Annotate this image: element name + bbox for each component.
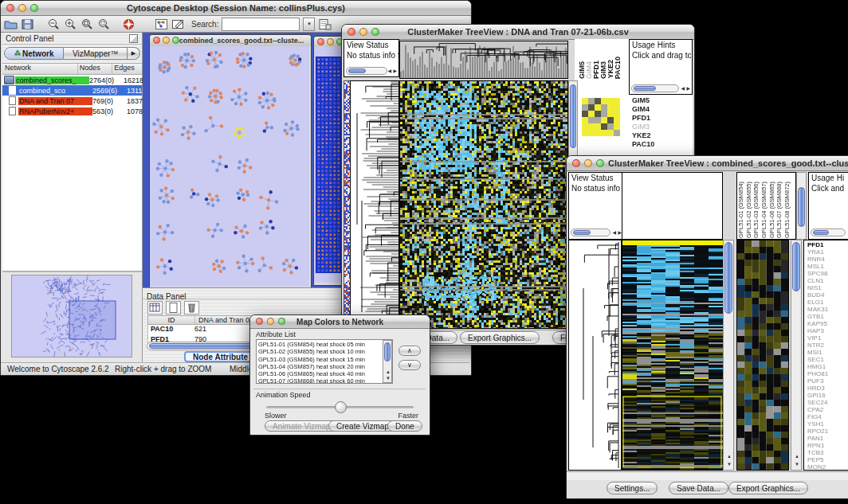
gene-label[interactable]: NIS1	[807, 284, 848, 291]
scroll-left-icon[interactable]: ◀	[681, 86, 685, 91]
scroll-down-icon[interactable]: ▼	[795, 462, 799, 467]
zoom-window-icon[interactable]	[278, 318, 285, 325]
delete-attribute-icon[interactable]	[184, 301, 199, 315]
scroll-left-icon[interactable]: ◀	[387, 68, 391, 73]
tv2-column-label[interactable]: GPL51-03 (GSM856)	[753, 182, 760, 238]
network-row[interactable]: RNAPuberNov2+563(0)107847(0)	[2, 106, 142, 116]
map-dialog-titlebar[interactable]: Map Colors to Network	[250, 315, 430, 329]
network-view-canvas[interactable]	[150, 46, 309, 287]
network-row[interactable]: combined_sco2569(6)13112(15)	[2, 85, 142, 96]
attribute-table-icon[interactable]	[147, 301, 163, 315]
gene-label[interactable]: VIP1	[807, 334, 848, 342]
tv1-row-label[interactable]: PAC10	[632, 140, 654, 149]
close-icon[interactable]	[6, 4, 14, 12]
gene-label[interactable]: MSL1	[807, 263, 848, 270]
network-row[interactable]: combined_scores_2764(0)16218(0)	[2, 75, 142, 85]
open-folder-icon[interactable]	[4, 18, 18, 30]
vscroll-thumb[interactable]	[384, 342, 391, 361]
scroll-up-icon[interactable]: ▲	[727, 454, 732, 459]
help-lifering-icon[interactable]	[122, 18, 135, 30]
zoom-window-icon[interactable]	[596, 159, 604, 167]
annotation-icon[interactable]	[171, 18, 185, 30]
zoom-window-icon[interactable]	[30, 4, 38, 12]
attribute-item[interactable]: GPL51-06 (GSM865) heat shock 40 min	[257, 370, 383, 377]
vscroll-thumb[interactable]	[570, 84, 576, 148]
tv2-row-dendrogram[interactable]	[568, 240, 622, 471]
gene-label[interactable]: HAP3	[807, 327, 848, 334]
scroll-right-icon[interactable]: ▶	[393, 68, 397, 73]
close-icon[interactable]	[317, 38, 324, 45]
tv2-column-label[interactable]: GPL51-02 (GSM855)	[746, 182, 753, 238]
gene-label[interactable]: YRA1	[807, 248, 848, 256]
minimize-icon[interactable]	[359, 28, 367, 36]
zoom-window-icon[interactable]	[172, 37, 179, 44]
tab-network[interactable]: ⁂Network	[4, 47, 64, 60]
tv2-top-vscrollbar[interactable]	[796, 172, 807, 240]
network-overview-canvas[interactable]	[11, 275, 132, 357]
tv2-column-label[interactable]: GPL51-01 (GSM854)	[738, 182, 745, 238]
tv1-row-label[interactable]: GIM5	[632, 96, 654, 105]
minimize-icon[interactable]	[18, 4, 26, 12]
search-options-icon[interactable]	[318, 18, 332, 30]
scroll-down-icon[interactable]: ▼	[727, 462, 732, 467]
tv1-row-label[interactable]: GIM4	[632, 105, 654, 114]
zoom-fit-icon[interactable]	[80, 18, 94, 30]
slider-thumb[interactable]	[335, 401, 347, 413]
tv2-zoom-vscrollbar[interactable]: ▲ ▼	[791, 240, 802, 471]
tv1-usage-scrollbar[interactable]	[631, 84, 679, 92]
float-panel-icon[interactable]	[129, 34, 138, 43]
gene-label[interactable]: MAK31	[807, 306, 848, 313]
vscroll-thumb[interactable]	[792, 242, 800, 291]
gene-label[interactable]: RPN1	[807, 442, 848, 449]
treeview1-titlebar[interactable]: ClusterMaker TreeView : DNA and Tran 07-…	[342, 25, 694, 40]
search-input[interactable]	[222, 18, 300, 31]
tv2-status-scrollbar[interactable]	[571, 229, 610, 236]
tv1-row-label[interactable]: YKE2	[632, 131, 654, 140]
network-row[interactable]: DNA and Tran 07769(0)183728(0)	[2, 96, 142, 106]
gene-label[interactable]: PAN1	[807, 435, 848, 442]
attribute-item[interactable]: GPL51-03 (GSM856) heat shock 15 min	[257, 356, 383, 363]
attribute-item[interactable]: GPL51-02 (GSM855) heat shock 10 min	[257, 348, 383, 355]
gene-label[interactable]: HRD3	[807, 385, 848, 392]
gene-label[interactable]: SPC98	[807, 270, 848, 277]
gene-label[interactable]: GTB1	[807, 313, 848, 320]
scroll-up-icon[interactable]: ▲	[386, 369, 391, 374]
minimize-icon[interactable]	[327, 38, 334, 45]
new-attribute-icon[interactable]	[166, 301, 181, 315]
gene-label[interactable]: ELG1	[807, 299, 848, 306]
export-graphics-button[interactable]: Export Graphics...	[728, 482, 808, 494]
gene-label[interactable]: FIG4	[807, 413, 848, 420]
attribute-item[interactable]: GPL51-04 (GSM857) heat shock 20 min	[257, 363, 383, 370]
zoom-in-icon[interactable]	[64, 18, 77, 30]
close-icon[interactable]	[256, 318, 263, 325]
export-graphics-button[interactable]: Export Graphics...	[460, 331, 540, 344]
gene-label[interactable]: PFD1	[807, 241, 848, 248]
gene-label[interactable]: GPI16	[807, 392, 848, 399]
gene-label[interactable]: CPA2	[807, 406, 848, 413]
window-controls[interactable]	[6, 4, 38, 12]
tv2-usage-scrollbar[interactable]	[811, 229, 846, 236]
zoom-out-icon[interactable]	[47, 18, 61, 30]
settings-button[interactable]: Settings...	[607, 482, 658, 494]
gene-label[interactable]: NTR2	[807, 342, 848, 349]
gene-label[interactable]: YSH1	[807, 420, 848, 428]
animate-vizmap-button[interactable]: Animate Vizmap	[265, 420, 339, 432]
gene-label[interactable]: SEC1	[807, 356, 848, 363]
done-button[interactable]: Done	[387, 420, 422, 432]
gene-label[interactable]: PHO81	[807, 370, 848, 377]
hscroll-thumb[interactable]	[348, 68, 366, 73]
gene-label[interactable]: SEC24	[807, 399, 848, 406]
close-icon[interactable]	[153, 37, 160, 44]
tv1-row-label[interactable]: GIM3	[632, 123, 654, 131]
gene-label[interactable]: HMG1	[807, 363, 848, 370]
tv1-column-dendrogram[interactable]	[399, 41, 568, 79]
scroll-up-icon[interactable]: ▲	[795, 454, 799, 459]
search-dropdown-button[interactable]: ▼	[303, 18, 315, 31]
minimize-icon[interactable]	[584, 159, 592, 167]
scroll-left-icon[interactable]: ◀	[612, 230, 616, 235]
gene-label[interactable]: MSI1	[807, 349, 848, 356]
save-icon[interactable]	[21, 18, 34, 30]
gene-label[interactable]: RPO21	[807, 428, 848, 435]
attribute-item[interactable]: GPL51-01 (GSM854) heat shock 05 min	[257, 341, 383, 348]
gene-label[interactable]: KAP95	[807, 320, 848, 327]
